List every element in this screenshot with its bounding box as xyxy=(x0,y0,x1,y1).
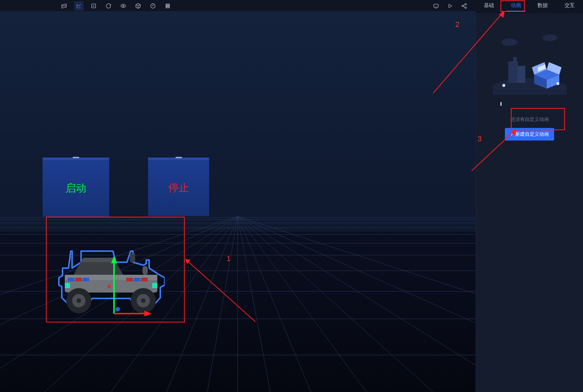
scene-panel-start[interactable]: 启动 xyxy=(43,158,109,217)
viewport[interactable]: 启动 停止 xyxy=(0,11,476,392)
toolbar-right xyxy=(432,1,468,10)
svg-line-46 xyxy=(238,216,366,392)
plus-icon: + xyxy=(510,132,513,137)
svg-rect-6 xyxy=(434,4,438,7)
play-icon[interactable] xyxy=(446,2,454,10)
svg-point-10 xyxy=(501,38,517,46)
svg-rect-56 xyxy=(126,278,133,281)
viewport-toolbar xyxy=(59,1,172,10)
svg-point-23 xyxy=(556,82,559,85)
svg-line-48 xyxy=(238,216,476,392)
panel-stop-label: 停止 xyxy=(168,181,189,195)
svg-line-49 xyxy=(238,216,476,392)
svg-point-9 xyxy=(465,7,466,9)
svg-rect-15 xyxy=(513,57,517,62)
svg-rect-4 xyxy=(166,6,169,7)
svg-rect-58 xyxy=(141,278,148,281)
annotation-label-2: 2 xyxy=(455,20,459,29)
svg-point-61 xyxy=(107,285,111,288)
svg-rect-3 xyxy=(166,4,169,5)
svg-point-67 xyxy=(141,298,145,303)
svg-line-42 xyxy=(207,216,238,392)
tab-label: 交互 xyxy=(564,2,575,9)
selected-vehicle-model[interactable] xyxy=(57,242,165,322)
svg-line-47 xyxy=(238,216,433,392)
svg-rect-13 xyxy=(508,61,518,83)
svg-line-41 xyxy=(167,216,238,392)
decorative-mark xyxy=(500,102,502,106)
svg-rect-59 xyxy=(65,283,70,288)
panel-handle xyxy=(175,157,182,158)
svg-line-50 xyxy=(238,216,476,392)
eye-icon[interactable] xyxy=(118,1,128,11)
edit-icon[interactable] xyxy=(89,1,98,11)
svg-point-11 xyxy=(543,34,557,41)
tab-interaction[interactable]: 交互 xyxy=(556,0,583,11)
empty-state-text: 还没有自定义动画 xyxy=(510,116,549,123)
svg-point-7 xyxy=(465,3,466,5)
svg-rect-14 xyxy=(517,66,525,83)
svg-line-44 xyxy=(238,216,270,392)
camera-icon[interactable] xyxy=(59,1,69,11)
svg-point-1 xyxy=(123,5,124,7)
tab-label: 数据 xyxy=(537,2,548,9)
tab-basic[interactable]: 基础 xyxy=(476,0,503,11)
tab-animation[interactable]: 动画 xyxy=(503,0,530,11)
refresh-icon[interactable] xyxy=(104,1,113,11)
tab-label: 动画 xyxy=(511,2,521,9)
cube-icon[interactable] xyxy=(133,1,143,11)
tab-label: 基础 xyxy=(484,2,494,9)
svg-rect-70 xyxy=(143,266,148,275)
new-animation-button[interactable]: + 新建自定义动画 xyxy=(505,128,554,141)
empty-state-illustration xyxy=(493,28,567,95)
svg-rect-60 xyxy=(152,283,157,288)
svg-rect-5 xyxy=(166,7,169,8)
tab-data[interactable]: 数据 xyxy=(529,0,556,11)
svg-rect-54 xyxy=(75,278,82,281)
circle-icon[interactable] xyxy=(148,1,158,11)
svg-point-22 xyxy=(502,84,505,87)
svg-rect-53 xyxy=(68,278,74,281)
annotation-label-3: 3 xyxy=(478,135,482,143)
chart-icon[interactable] xyxy=(74,1,84,11)
svg-line-45 xyxy=(238,216,311,392)
svg-rect-69 xyxy=(130,253,135,262)
svg-point-8 xyxy=(462,5,463,7)
panel-start-label: 启动 xyxy=(66,181,86,195)
svg-point-64 xyxy=(77,298,81,303)
scene-panel-stop[interactable]: 停止 xyxy=(148,158,209,216)
share-icon[interactable] xyxy=(460,2,468,10)
panel-handle xyxy=(73,157,79,158)
svg-rect-57 xyxy=(134,278,140,281)
new-animation-button-label: 新建自定义动画 xyxy=(515,131,549,138)
monitor-icon[interactable] xyxy=(432,2,440,10)
side-panel: 还没有自定义动画 + 新建自定义动画 xyxy=(476,13,583,392)
svg-rect-55 xyxy=(83,278,89,281)
svg-point-2 xyxy=(151,4,155,8)
annotation-label-1: 1 xyxy=(227,254,231,263)
list-icon[interactable] xyxy=(163,1,172,11)
side-panel-tabs: 基础 动画 数据 交互 xyxy=(476,0,583,11)
